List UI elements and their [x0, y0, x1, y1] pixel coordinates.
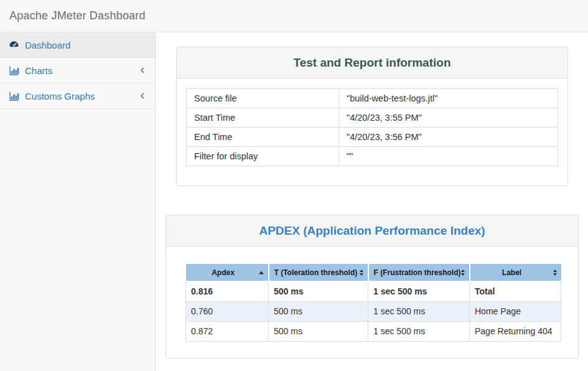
info-value: "build-web-test-logs.jtl": [339, 89, 558, 108]
apdex-value: 0.760: [186, 301, 269, 321]
panel-title: APDEX (Application Performance Index): [259, 224, 485, 238]
toleration-value: 500 ms: [269, 321, 368, 341]
chevron-left-icon[interactable]: [139, 67, 146, 74]
top-navbar: Apache JMeter Dashboard: [0, 0, 588, 32]
sidebar-item-charts[interactable]: Charts: [0, 58, 155, 83]
app-title: Apache JMeter Dashboard: [9, 9, 146, 22]
info-label: Filter for display: [187, 147, 339, 166]
frustration-value: 1 sec 500 ms: [368, 301, 470, 321]
sidebar: Dashboard Charts: [0, 32, 156, 371]
table-row: 0.760 500 ms 1 sec 500 ms Home Page: [186, 301, 561, 321]
sort-both-icon: [553, 270, 557, 276]
sidebar-item-label: Charts: [25, 65, 139, 76]
test-report-info-panel: Test and Report information Source file …: [176, 47, 568, 186]
apdex-value: 0.872: [186, 321, 269, 341]
chevron-left-icon[interactable]: [139, 92, 146, 100]
info-value: "4/20/23, 3:56 PM": [339, 128, 558, 147]
sort-both-icon: [461, 270, 465, 276]
sidebar-item-dashboard[interactable]: Dashboard: [0, 32, 155, 58]
sidebar-item-customs-graphs[interactable]: Customs Graphs: [0, 83, 155, 109]
apdex-panel: APDEX (Application Performance Index) Ap…: [166, 215, 579, 359]
table-row: Start Time "4/20/23, 3:55 PM": [187, 108, 558, 128]
table-row: 0.816 500 ms 1 sec 500 ms Total: [186, 281, 561, 301]
column-header-apdex[interactable]: Apdex: [186, 264, 269, 281]
sort-both-icon: [360, 270, 363, 276]
panel-heading: Test and Report information: [177, 47, 567, 78]
info-label: End Time: [187, 128, 339, 147]
main-content: Test and Report information Source file …: [156, 32, 588, 371]
table-row: Filter for display "": [187, 147, 558, 166]
apdex-table: Apdex T (Toleration threshold) F (Frustr…: [185, 264, 561, 342]
column-header-frustration[interactable]: F (Frustration threshold): [368, 264, 470, 281]
label-value: Page Returning 404: [470, 321, 561, 341]
bar-chart-icon: [9, 65, 19, 76]
panel-title: Test and Report information: [294, 56, 451, 70]
table-row: Source file "build-web-test-logs.jtl": [187, 89, 558, 108]
toleration-value: 500 ms: [269, 281, 368, 301]
table-row: 0.872 500 ms 1 sec 500 ms Page Returning…: [186, 321, 561, 341]
toleration-value: 500 ms: [269, 301, 368, 321]
dashboard-icon: [9, 40, 19, 50]
column-header-toleration[interactable]: T (Toleration threshold): [269, 264, 368, 281]
frustration-value: 1 sec 500 ms: [368, 281, 470, 301]
label-value: Home Page: [470, 301, 561, 321]
info-label: Source file: [187, 89, 339, 108]
info-value: "4/20/23, 3:55 PM": [339, 108, 558, 128]
bar-chart-icon: [9, 91, 19, 101]
panel-heading: APDEX (Application Performance Index): [166, 215, 578, 247]
info-value: "": [339, 147, 558, 166]
sidebar-item-label: Customs Graphs: [25, 91, 139, 101]
label-value: Total: [470, 281, 561, 301]
table-header-row: Apdex T (Toleration threshold) F (Frustr…: [186, 264, 561, 281]
info-label: Start Time: [187, 108, 339, 128]
column-header-label[interactable]: Label: [470, 264, 561, 281]
table-row: End Time "4/20/23, 3:56 PM": [187, 128, 558, 147]
frustration-value: 1 sec 500 ms: [368, 321, 470, 341]
sort-asc-icon: [259, 271, 264, 274]
sidebar-item-label: Dashboard: [25, 40, 146, 50]
test-report-info-table: Source file "build-web-test-logs.jtl" St…: [186, 88, 558, 166]
apdex-value: 0.816: [186, 281, 269, 301]
